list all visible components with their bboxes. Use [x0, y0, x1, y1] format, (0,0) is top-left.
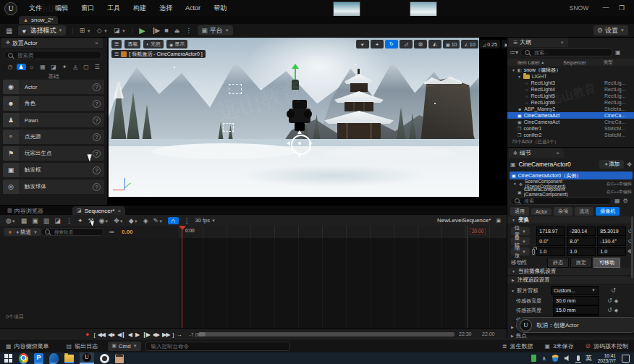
outliner-row-light[interactable]: ☼RectLight4RectLig...: [507, 86, 634, 93]
scale-snap-toggle[interactable]: ◿0.25: [480, 40, 500, 48]
current-time-field[interactable]: 0.00: [122, 229, 133, 235]
notification-center-icon[interactable]: [622, 355, 630, 363]
all-classes-category-icon[interactable]: ☰: [93, 64, 102, 70]
scale-z-field[interactable]: 1.0: [597, 247, 626, 256]
settings-dropdown[interactable]: ⚙ 设置 ▼: [593, 25, 628, 35]
cinematic-category-icon[interactable]: ◪: [49, 64, 59, 70]
restore-button[interactable]: ❐: [615, 0, 628, 16]
scale-tool-icon[interactable]: ◿: [400, 40, 413, 48]
unsaved-button[interactable]: ▣3未保存: [544, 342, 573, 350]
select-tool-icon[interactable]: ►: [356, 40, 369, 48]
save-icon[interactable]: ▦: [6, 27, 12, 35]
outliner-filter-icon[interactable]: ≔▾: [510, 49, 518, 56]
keyframe-options-icon[interactable]: ◆▼: [129, 217, 138, 224]
loop-start-bracket-button[interactable]: [: [93, 331, 94, 338]
more-options-icon[interactable]: ⋮: [66, 217, 72, 224]
col-item-label[interactable]: Item Label: [517, 60, 539, 65]
chrome-icon[interactable]: [19, 353, 28, 364]
save-sequence-icon[interactable]: ▦: [21, 217, 28, 224]
console-input-box[interactable]: [145, 342, 290, 351]
place-item-point-light[interactable]: ⚬ 点光源 ?: [3, 130, 104, 144]
platform-dropdown[interactable]: ▣ 平台 ▼: [198, 25, 232, 35]
outliner-row-light[interactable]: ☼RectLight6RectLig...: [507, 99, 634, 106]
reset-icon[interactable]: ↺: [607, 307, 612, 313]
defender-shield-icon[interactable]: [552, 355, 559, 362]
revision-control-button[interactable]: ⊘源码版本控制: [585, 342, 628, 350]
place-item-sphere-trigger[interactable]: ◎ 触发球体 ?: [3, 179, 104, 194]
obs-icon[interactable]: [100, 354, 109, 363]
tab-general[interactable]: 通用: [510, 207, 529, 216]
outliner-row-light[interactable]: ☼RectLight3RectLig...: [507, 80, 634, 86]
frame-forward-button[interactable]: ❙▶: [142, 331, 150, 338]
pilot-menu-icon[interactable]: ☰: [114, 51, 119, 57]
outliner-row-camera-selected[interactable]: ▣CineCameraActCineCa...: [507, 112, 634, 119]
auto-key-icon[interactable]: ◈: [143, 217, 148, 224]
track-filter-icon[interactable]: ≔: [109, 229, 114, 235]
level-tab[interactable]: ▲ snow_2*: [19, 16, 58, 24]
add-track-button[interactable]: ＋＋轨道▼: [4, 228, 41, 236]
outliner-search-input[interactable]: [533, 49, 608, 56]
place-search[interactable]: [4, 51, 102, 59]
unreal-taskbar-icon[interactable]: U: [80, 352, 94, 364]
character-marker-gizmo[interactable]: [288, 64, 303, 90]
tab-camera[interactable]: 摄像机: [596, 207, 620, 216]
console-input[interactable]: [150, 342, 283, 350]
current-camera-section-header[interactable]: ▼当前摄像机设置: [507, 268, 634, 276]
move-gizmo-circle[interactable]: [291, 135, 311, 155]
view-end-label[interactable]: 22:30: [459, 331, 472, 337]
place-item-actor[interactable]: ◉ Actor ?: [3, 80, 104, 94]
play-options-icon[interactable]: ⋮: [185, 27, 192, 34]
details-search[interactable]: [510, 197, 612, 205]
camera-icon[interactable]: ▣: [32, 217, 38, 224]
add-actor-to-sequence-icon[interactable]: ✦: [77, 217, 83, 224]
keyframe-icon[interactable]: ◆: [614, 298, 618, 304]
stop-button[interactable]: ■: [164, 27, 168, 34]
place-item-box-trigger[interactable]: ▣ 触发框 ?: [3, 163, 104, 177]
sequence-lock-icon[interactable]: ▣: [496, 218, 501, 224]
world-icon[interactable]: ◍▼: [6, 217, 16, 224]
col-sequencer[interactable]: Sequencer: [563, 60, 586, 65]
jump-to-start-button[interactable]: ◀◀: [98, 331, 105, 338]
outliner-search[interactable]: [520, 48, 613, 56]
timeline-ruler[interactable]: 0:00 20:00: [179, 226, 507, 239]
sensor-width-field[interactable]: 30.0 mm: [553, 296, 599, 305]
component-edit-label[interactable]: 在C++中编辑: [606, 189, 632, 195]
details-options-icon[interactable]: ✥: [627, 161, 632, 168]
details-filter-icon[interactable]: ▦: [614, 198, 620, 204]
close-icon[interactable]: ×: [117, 208, 121, 214]
close-icon[interactable]: ×: [556, 150, 559, 156]
edit-options-icon[interactable]: ⚒: [88, 217, 93, 224]
sequence-end-line[interactable]: [467, 226, 468, 328]
menu-build[interactable]: 构建: [127, 4, 152, 13]
location-x-field[interactable]: 1718.97: [536, 227, 565, 236]
help-icon[interactable]: ?: [93, 83, 101, 91]
lock-icon[interactable]: [532, 249, 535, 255]
cinematics-icon[interactable]: ◪ ▼: [114, 27, 126, 34]
lights-category-icon[interactable]: ☼: [28, 64, 37, 70]
filmback-preset-dropdown[interactable]: Custom...▼: [551, 286, 599, 295]
track-list-area[interactable]: 0个项目: [0, 238, 179, 328]
microphone-icon[interactable]: [577, 355, 580, 361]
output-log-button[interactable]: ▤输出日志: [67, 342, 98, 350]
details-gear-icon[interactable]: ⚙: [623, 198, 628, 204]
minimize-button[interactable]: —: [599, 0, 612, 16]
rotate-tool-icon[interactable]: ↻: [385, 40, 398, 48]
file-explorer-icon[interactable]: [64, 355, 74, 363]
gizmo-arrow-down[interactable]: [297, 154, 302, 158]
play-reverse-button[interactable]: ◀: [128, 331, 132, 338]
outliner-row-world[interactable]: ▼◧snow（编辑器）: [507, 67, 634, 73]
mobility-static[interactable]: 静态: [547, 258, 569, 268]
clock[interactable]: 10:412023/7/7: [598, 353, 616, 363]
view-mode-dropdown[interactable]: ◐光照: [143, 40, 164, 48]
tray-expand-icon[interactable]: ∧: [542, 355, 546, 362]
ime-indicator[interactable]: 英: [586, 354, 592, 363]
tray-green-icon[interactable]: [531, 355, 536, 362]
help-icon[interactable]: ?: [93, 183, 101, 191]
help-icon[interactable]: ?: [93, 100, 101, 108]
loop-end-bracket-button[interactable]: ]: [172, 331, 173, 338]
location-z-field[interactable]: 85.3019: [597, 227, 626, 236]
basic-category-icon[interactable]: ♟: [17, 64, 26, 70]
menu-help[interactable]: 帮助: [208, 4, 232, 13]
rotation-x-field[interactable]: 0.0°: [536, 237, 565, 246]
derived-data-button[interactable]: ≣派生数据: [502, 342, 533, 350]
